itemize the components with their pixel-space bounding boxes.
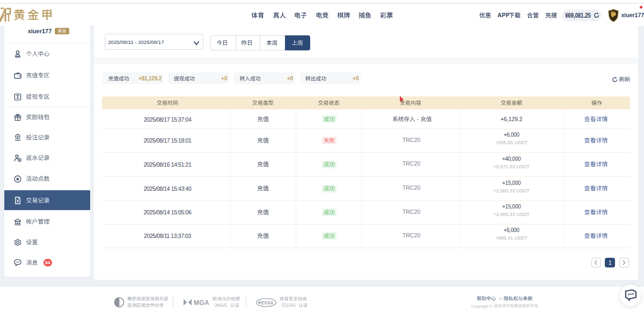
svg-text:ESSA: ESSA: [261, 300, 274, 305]
